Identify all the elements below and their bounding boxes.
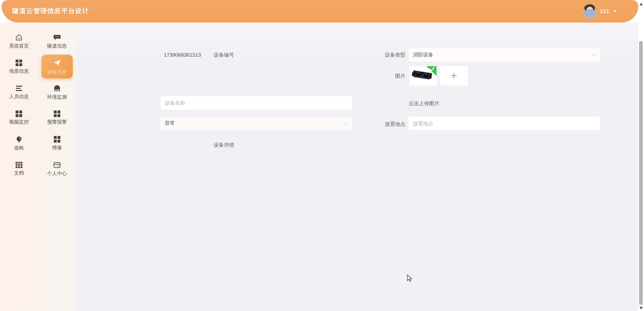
sidebar-item-personnel-info[interactable]: 人员信息 <box>0 79 38 105</box>
sidebar-item-label: 个人中心 <box>47 171 67 176</box>
device-no-label: 设备编号 <box>197 52 234 58</box>
app-window: 隧道云管理信息平台设计 111 系统首页 <box>0 0 644 311</box>
sidebar-item-alarm[interactable]: 预警报警 <box>38 105 76 130</box>
device-name-input[interactable] <box>160 96 352 110</box>
sidebar-item-geology-info[interactable]: 地质信息 <box>0 54 38 79</box>
location-label: 放置地点 <box>368 121 405 127</box>
upload-hint: 点击上传图片 <box>409 100 439 107</box>
username: 111 <box>600 8 610 14</box>
grid-icon <box>15 59 23 66</box>
home-icon <box>15 33 23 42</box>
grid-icon <box>15 110 23 118</box>
chevron-down-icon <box>592 53 596 57</box>
uploaded-image-thumbnail[interactable] <box>410 66 437 86</box>
grid9-icon <box>15 161 23 168</box>
bulb-icon <box>15 135 23 143</box>
sidebar-item-profile[interactable]: 个人中心 <box>38 156 76 181</box>
device-type-label: 设备类型 <box>368 52 405 58</box>
scrollbar-down-arrow-icon[interactable] <box>639 307 643 309</box>
paper-plane-icon <box>53 58 62 67</box>
sidebar-item-label: 文档 <box>14 171 24 176</box>
avatar[interactable] <box>583 4 597 18</box>
grid-icon <box>53 110 61 118</box>
sidebar-item-home[interactable]: 系统首页 <box>0 28 38 54</box>
grid-icon <box>53 136 61 143</box>
location-input[interactable] <box>409 117 600 130</box>
sidebar-item-label: 预警报警 <box>47 120 67 125</box>
upload-add-button[interactable]: + <box>440 66 468 86</box>
awning-icon <box>53 85 61 92</box>
gpu-image <box>410 66 437 86</box>
sidebar-item-label: 视频监控 <box>9 120 29 125</box>
top-header: 隧道云管理信息平台设计 111 <box>2 0 638 23</box>
main-content: 设备编号 1739068361513 设备类型 消防设备 图片 <box>76 23 638 311</box>
device-status-select[interactable]: 异常 <box>160 117 352 130</box>
scrollbar <box>638 0 644 311</box>
device-no-value: 1739068361513 <box>164 52 201 58</box>
scrollbar-thumb[interactable] <box>639 41 643 305</box>
sidebar-item-maintenance[interactable]: 维修 <box>38 130 76 156</box>
sidebar-item-label: 隧道信息 <box>47 44 67 49</box>
sidebar-item-label: 人员信息 <box>9 94 29 99</box>
sidebar-item-video-monitor[interactable]: 视频监控 <box>0 105 38 130</box>
sidebar-item-label: 巡检 <box>14 145 24 150</box>
device-type-value: 消防设备 <box>413 51 433 58</box>
device-status-value: 异常 <box>165 120 175 127</box>
user-menu[interactable]: 111 <box>583 4 617 18</box>
sidebar-item-label: 环境监测 <box>47 94 67 100</box>
sidebar-item-environment-monitor[interactable]: 环境监测 <box>38 79 76 105</box>
sidebar-item-document[interactable]: 文档 <box>0 156 38 181</box>
image-label: 图片 <box>368 73 405 79</box>
sidebar-item-label: 维修 <box>52 145 62 150</box>
sidebar: 系统首页 隧道信息 地质信息 <box>0 23 76 311</box>
scrollbar-up-arrow-icon[interactable] <box>639 3 643 5</box>
list-icon <box>15 85 23 92</box>
sidebar-item-inspection[interactable]: 巡检 <box>0 130 38 156</box>
plus-icon: + <box>451 69 457 82</box>
page-title: 隧道云管理信息平台设计 <box>12 7 89 16</box>
sidebar-item-label: 系统首页 <box>9 44 29 49</box>
device-type-select[interactable]: 消防设备 <box>409 48 600 62</box>
sidebar-item-label: 地质信息 <box>9 69 29 74</box>
chat-bubble-icon <box>53 33 61 42</box>
sidebar-item-label: 设备信息 <box>47 69 67 75</box>
sidebar-item-tunnel-info[interactable]: 隧道信息 <box>38 28 76 54</box>
chevron-down-icon <box>614 10 617 12</box>
card-icon <box>53 161 61 169</box>
sidebar-item-device-info[interactable]: 设备信息 <box>41 55 73 79</box>
device-detail-label: 设备详情 <box>197 142 234 148</box>
chevron-down-icon <box>344 121 348 125</box>
